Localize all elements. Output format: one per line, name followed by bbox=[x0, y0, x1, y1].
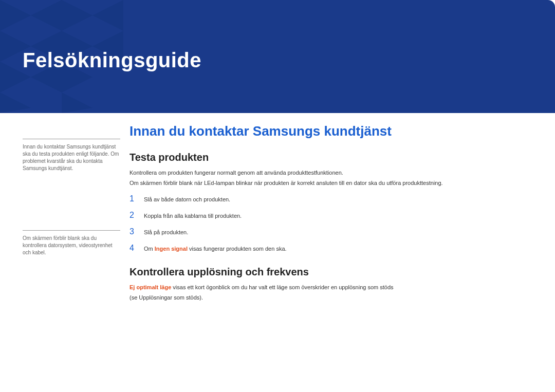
section2-p1-highlight: Ej optimalt läge bbox=[130, 284, 171, 290]
svg-marker-12 bbox=[62, 92, 92, 113]
step-number: 4 bbox=[130, 244, 137, 253]
section1-p2: Om skärmen förblir blank när LEd-lampan … bbox=[130, 179, 535, 187]
step-row: 2 Koppla från alla kablarna till produkt… bbox=[130, 211, 535, 220]
step4-suffix: visas fungerar produkten som den ska. bbox=[188, 246, 287, 252]
sidebar-note-2: Om skärmen förblir blank ska du kontroll… bbox=[23, 230, 120, 256]
section2-p1-suffix: visas ett kort ögonblick om du har valt … bbox=[171, 284, 393, 290]
section2-title: Kontrollera upplösning och frekvens bbox=[130, 266, 535, 278]
divider bbox=[23, 230, 120, 231]
step-row: 4 Om Ingen signal visas fungerar produkt… bbox=[130, 244, 535, 253]
step-number: 3 bbox=[130, 227, 137, 236]
step-number: 2 bbox=[130, 211, 137, 220]
steps-list: 1 Slå av både datorn och produkten. 2 Ko… bbox=[130, 194, 535, 253]
step-number: 1 bbox=[130, 194, 137, 203]
sidebar-note-text: Om skärmen förblir blank ska du kontroll… bbox=[23, 235, 120, 256]
svg-marker-7 bbox=[92, 0, 123, 31]
banner: Felsökningsguide bbox=[0, 0, 555, 113]
section2-p1: Ej optimalt läge visas ett kort ögonblic… bbox=[130, 283, 535, 291]
sidebar-note-1: Innan du kontaktar Samsungs kundtjänst s… bbox=[23, 139, 120, 172]
svg-marker-11 bbox=[0, 92, 31, 113]
step-row: 3 Slå på produkten. bbox=[130, 227, 535, 236]
section1-title: Testa produkten bbox=[130, 152, 535, 163]
banner-title: Felsökningsguide bbox=[23, 49, 201, 72]
svg-marker-0 bbox=[0, 0, 31, 31]
sidebar-note-text: Innan du kontaktar Samsungs kundtjänst s… bbox=[23, 143, 120, 172]
main-content: Innan du kontaktar Samsungs kundtjänst T… bbox=[130, 123, 535, 304]
step-row: 1 Slå av både datorn och produkten. bbox=[130, 194, 535, 203]
step-text: Slå på produkten. bbox=[144, 229, 188, 235]
section2-p2: (se Upplösningar som stöds). bbox=[130, 293, 535, 302]
section1-p1: Kontrollera om produkten fungerar normal… bbox=[130, 169, 535, 177]
step-text: Slå av både datorn och produkten. bbox=[144, 196, 230, 202]
svg-marker-1 bbox=[31, 0, 62, 31]
section2: Kontrollera upplösning och frekvens Ej o… bbox=[130, 266, 535, 302]
step-text: Om Ingen signal visas fungerar produkten… bbox=[144, 246, 287, 252]
svg-marker-6 bbox=[62, 0, 92, 31]
step-text: Koppla från alla kablarna till produkten… bbox=[144, 213, 242, 219]
divider bbox=[23, 139, 120, 139]
main-heading: Innan du kontaktar Samsungs kundtjänst bbox=[130, 123, 535, 139]
step4-prefix: Om bbox=[144, 246, 155, 252]
step4-highlight: Ingen signal bbox=[155, 246, 188, 252]
